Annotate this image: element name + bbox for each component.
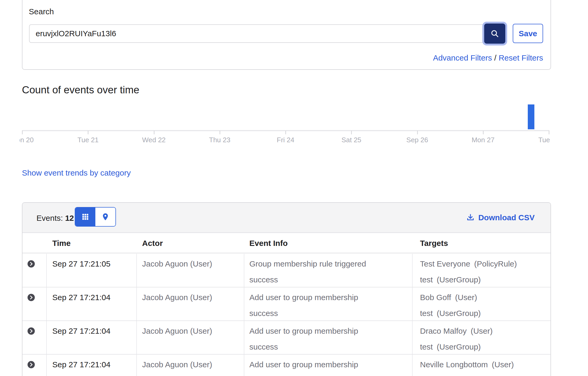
- cell-time: Sep 27 17:21:04: [52, 327, 110, 336]
- cell-target-line1: Draco Malfoy (User): [420, 327, 493, 336]
- location-pin-icon: [101, 213, 110, 221]
- download-csv-link[interactable]: Download CSV: [466, 213, 535, 222]
- cell-actor: Jacob Aguon (User): [142, 259, 212, 268]
- chart-tick-label: Sat 25: [342, 136, 361, 144]
- advanced-filters-link[interactable]: Advanced Filters: [433, 53, 492, 62]
- cell-time: Sep 27 17:21:05: [52, 259, 110, 268]
- cell-actor: Jacob Aguon (User): [142, 327, 212, 336]
- search-button[interactable]: [484, 24, 505, 44]
- chart-tick-label: Sep 26: [406, 136, 428, 144]
- cell-target-line1: Neville Longbottom (User): [420, 360, 514, 369]
- events-table-panel: Events: 12: [22, 202, 551, 376]
- cell-target-line1: Test Everyone (PolicyRule): [420, 259, 517, 268]
- chart-tick-mark: [154, 131, 155, 134]
- column-header-event-info: Event Info: [249, 239, 288, 248]
- expand-row-button[interactable]: [27, 294, 35, 301]
- cell-event-info-line1: Group membership rule triggered: [249, 259, 366, 268]
- download-icon: [466, 213, 475, 222]
- chart-tick-label: Mon 27: [472, 136, 494, 144]
- events-count: Events: 12: [36, 214, 74, 223]
- chart-title: Count of events over time: [22, 84, 139, 96]
- grid-view-button[interactable]: [75, 208, 95, 226]
- chart-tick-mark: [88, 131, 88, 134]
- chart-tick-label: Tue 21: [77, 136, 99, 144]
- grid-icon: [81, 213, 89, 221]
- table-row: Sep 27 17:21:05 Jacob Aguon (User) Group…: [22, 254, 550, 287]
- chart-tick-mark: [351, 131, 352, 134]
- table-row: Sep 27 17:21:04 Jacob Aguon (User) Add u…: [22, 321, 550, 355]
- cell-event-info-line1: Add user to group membership: [249, 360, 358, 369]
- cell-time: Sep 27 17:21:04: [52, 360, 110, 369]
- chart-tick-label: Fri 24: [277, 136, 294, 144]
- chart-tick-mark: [483, 131, 484, 134]
- cell-target-line1: Bob Goff (User): [420, 293, 477, 302]
- cell-event-info-line1: Add user to group membership: [249, 293, 358, 302]
- chart-tick-mark: [417, 131, 418, 134]
- chart-tick-mark: [285, 131, 286, 134]
- cell-event-outcome: success: [249, 275, 278, 284]
- cell-actor: Jacob Aguon (User): [142, 360, 212, 369]
- search-panel: Search Save Advanced Filters / Reset Fil…: [22, 0, 551, 70]
- chart-tick-mark: [22, 131, 23, 134]
- events-count-value: 12: [65, 214, 74, 222]
- save-button[interactable]: Save: [513, 24, 543, 43]
- table-body: Sep 27 17:21:05 Jacob Aguon (User) Group…: [22, 254, 550, 376]
- cell-time: Sep 27 17:21:04: [52, 293, 110, 302]
- cell-target-line2: test (UserGroup): [420, 309, 481, 318]
- cell-event-outcome: success: [249, 342, 278, 351]
- column-header-actor: Actor: [142, 239, 163, 248]
- table-toolbar: Events: 12: [22, 203, 550, 233]
- show-event-trends-link[interactable]: Show event trends by category: [22, 168, 131, 177]
- table-row: Sep 27 17:21:04 Jacob Aguon (User) Add u…: [22, 287, 550, 321]
- cell-event-info-line1: Add user to group membership: [249, 327, 358, 336]
- chart-tick-label: Tue 28: [538, 136, 551, 144]
- search-input[interactable]: [29, 24, 488, 43]
- column-header-targets: Targets: [420, 239, 448, 248]
- chart-tick-label: Thu 23: [209, 136, 230, 144]
- filters-separator: /: [494, 53, 499, 62]
- cell-target-line2: test (UserGroup): [420, 342, 481, 351]
- view-toggle: [75, 207, 116, 227]
- search-label: Search: [29, 7, 54, 16]
- cell-actor: Jacob Aguon (User): [142, 293, 212, 302]
- chart-tick-marks: [22, 131, 549, 135]
- cell-target-line2: test (UserGroup): [420, 275, 481, 284]
- expand-row-button[interactable]: [27, 260, 35, 268]
- chart-tick-mark: [220, 131, 220, 134]
- expand-row-button[interactable]: [27, 361, 35, 369]
- filter-links: Advanced Filters / Reset Filters: [433, 53, 543, 62]
- chart-tick-labels: Mon 20Tue 21Wed 22Thu 23Fri 24Sat 25Sep …: [20, 136, 551, 146]
- table-row: Sep 27 17:21:04 Jacob Aguon (User) Add u…: [22, 355, 550, 376]
- cell-event-outcome: success: [249, 309, 278, 318]
- chart-bar[interactable]: [528, 104, 534, 129]
- expand-row-button[interactable]: [27, 327, 35, 335]
- chart-tick-label: Wed 22: [142, 136, 166, 144]
- search-icon: [490, 29, 500, 39]
- map-view-button[interactable]: [95, 208, 115, 226]
- chart-tick-mark: [549, 131, 549, 134]
- column-header-time: Time: [52, 239, 71, 248]
- table-header-row: Time Actor Event Info Targets: [22, 233, 550, 253]
- chart-tick-label: Mon 20: [20, 136, 34, 144]
- reset-filters-link[interactable]: Reset Filters: [499, 53, 543, 62]
